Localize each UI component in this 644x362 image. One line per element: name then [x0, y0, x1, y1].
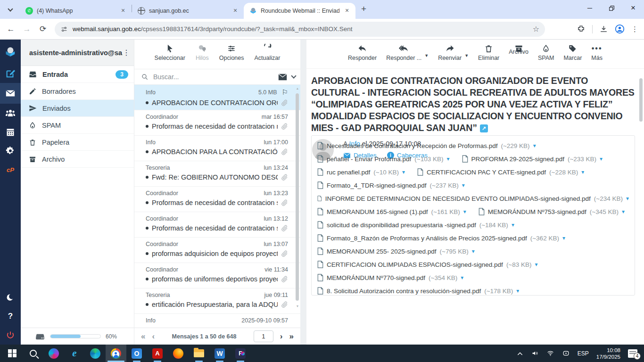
message-row[interactable]: Tesorerialun 13:24 Fwd: Re: GOBIERNO AUT…: [134, 161, 300, 187]
archive-button[interactable]: Archivo: [509, 44, 528, 55]
sidebar-item-entrada[interactable]: Entrada 3: [21, 66, 134, 83]
attachment-menu-caret-icon[interactable]: ▾: [535, 261, 538, 268]
taskbar-fs-button[interactable]: F: [230, 345, 251, 362]
downloads-icon[interactable]: [599, 25, 608, 33]
attachment-menu-caret-icon[interactable]: ▾: [462, 182, 465, 189]
attachment-item[interactable]: 8. Solicitud Autorización contra y resol…: [317, 287, 519, 295]
attachment-menu-caret-icon[interactable]: ▾: [463, 208, 466, 215]
clock[interactable]: 10:0817/9/2025: [596, 347, 620, 360]
message-row[interactable]: Info2025-09-10 09:57: [134, 314, 300, 328]
message-row[interactable]: Coordinadorlun 13:23 Proformas de necesi…: [134, 187, 300, 212]
attachment-item[interactable]: MEMORÁNDUM Nº753-signed.pdf(~345 KB)▾: [479, 208, 625, 215]
spam-button[interactable]: SPAM: [538, 44, 554, 61]
wifi-icon[interactable]: [546, 350, 554, 357]
meet-now-icon[interactable]: [562, 350, 570, 357]
first-page-icon[interactable]: «: [141, 332, 145, 341]
close-tab-icon[interactable]: ×: [231, 7, 239, 15]
site-settings-icon[interactable]: [60, 25, 68, 33]
message-row[interactable]: Tesoreriajue 09:11 ertificación Presupue…: [134, 288, 300, 314]
compose-icon[interactable]: [0, 64, 21, 83]
settings-gear-icon[interactable]: [0, 141, 21, 160]
contacts-icon[interactable]: [0, 104, 21, 123]
attachment-menu-caret-icon[interactable]: ▾: [600, 156, 603, 162]
reply-all-caret-icon[interactable]: ▼: [424, 53, 429, 58]
select-button[interactable]: Seleccionar: [155, 44, 185, 61]
back-button[interactable]: ←: [3, 25, 19, 34]
attachment-item[interactable]: solicitud de disponibilidad presupuestar…: [317, 221, 514, 229]
flag-icon[interactable]: ⚐: [282, 88, 288, 97]
attachment-menu-caret-icon[interactable]: ▾: [512, 222, 514, 228]
volume-icon[interactable]: [531, 350, 539, 357]
tab-search-button[interactable]: [4, 3, 17, 16]
attachment-item[interactable]: CERTIFICACION PAC Y CATE-signed.pdf(~228…: [417, 168, 584, 176]
search-options-chevron-icon[interactable]: [291, 73, 296, 78]
attachment-item[interactable]: MEMORANDUM 165-signed (1).pdf(~161 KB)▾: [317, 208, 466, 215]
taskbar-acrobat-button[interactable]: A: [147, 345, 168, 362]
restore-button[interactable]: [601, 0, 622, 16]
list-scrollbar[interactable]: ▲ ▼: [296, 87, 299, 325]
minimize-button[interactable]: ─: [579, 0, 601, 16]
taskbar-firefox-button[interactable]: [168, 345, 189, 362]
next-page-icon[interactable]: ›: [280, 332, 283, 341]
mail-nav-icon[interactable]: [0, 83, 21, 104]
logout-power-icon[interactable]: [0, 326, 21, 345]
taskbar-explorer-button[interactable]: [189, 345, 209, 362]
extensions-icon[interactable]: [577, 25, 586, 33]
tab-roundcube-active[interactable]: Roundcube Webmail :: Enviados ×: [244, 3, 355, 19]
delete-button[interactable]: Eliminar: [478, 44, 499, 61]
taskbar-edge-button[interactable]: [85, 345, 106, 362]
options-button[interactable]: Opciones: [219, 44, 244, 61]
attachment-menu-caret-icon[interactable]: ▾: [622, 208, 625, 215]
close-tab-icon[interactable]: ×: [343, 7, 351, 15]
scrollbar-thumb[interactable]: [639, 78, 643, 122]
attachment-menu-caret-icon[interactable]: ▾: [472, 248, 475, 255]
page-number-input[interactable]: 1: [254, 330, 273, 342]
scroll-down-icon[interactable]: ▼: [296, 304, 299, 308]
sidebar-item-archivo[interactable]: Archivo: [21, 151, 134, 168]
last-page-icon[interactable]: »: [289, 332, 294, 341]
attachment-item[interactable]: INFORME DE DETERMINACION DE NECESIDAD EV…: [317, 195, 629, 202]
prev-page-icon[interactable]: ‹: [152, 332, 155, 341]
forward-caret-icon[interactable]: ▼: [464, 53, 469, 58]
message-row[interactable]: Infolun 17:00 APROBACION PARA LA CONTRAT…: [134, 136, 300, 161]
forward-button[interactable]: →: [19, 25, 35, 34]
attachment-item[interactable]: PROFORMA 29-2025-signed.pdf(~233 KB)▾: [462, 155, 603, 163]
close-tab-icon[interactable]: ×: [119, 7, 127, 15]
tab-whatsapp[interactable]: ✆ (4) WhatsApp ×: [20, 3, 132, 19]
attachment-item[interactable]: Formato_4_TDR-signed-signed.pdf(~237 KB)…: [317, 181, 465, 189]
reader-scrollbar[interactable]: [639, 71, 643, 342]
start-button[interactable]: [2, 345, 23, 362]
sidebar-item-enviados[interactable]: Enviados: [21, 100, 134, 117]
attachment-menu-caret-icon[interactable]: ▾: [562, 235, 565, 241]
taskbar-search-button[interactable]: [23, 345, 43, 362]
threads-button[interactable]: Hilos: [196, 44, 209, 61]
taskbar-outlook-button[interactable]: O: [126, 345, 147, 362]
attachment-menu-caret-icon[interactable]: ▾: [516, 288, 519, 294]
open-in-new-window-icon[interactable]: ↗: [480, 124, 488, 132]
mark-button[interactable]: Marcar: [563, 44, 582, 61]
attachment-menu-caret-icon[interactable]: ▾: [581, 169, 584, 175]
message-row[interactable]: Coordinadorvie 11:34 proformas de unifor…: [134, 263, 300, 288]
sidebar-item-papelera[interactable]: Papelera: [21, 134, 134, 151]
tray-chevron-up-icon[interactable]: [517, 351, 523, 356]
taskbar-copilot-button[interactable]: [43, 345, 64, 362]
language-indicator[interactable]: ESP: [578, 350, 589, 357]
notification-center-icon[interactable]: 4: [628, 349, 637, 358]
attachment-menu-caret-icon[interactable]: ▾: [402, 169, 405, 175]
close-window-button[interactable]: ×: [622, 0, 644, 16]
message-row[interactable]: Coordinadormar 16:57 Proformas de necesi…: [134, 110, 300, 136]
attachment-menu-caret-icon[interactable]: ▾: [461, 274, 463, 281]
address-bar[interactable]: webmail.sanjuan.gob.ec/cpsess1988317614/…: [55, 22, 545, 37]
scrollbar-thumb[interactable]: [296, 93, 299, 301]
sidebar-item-borradores[interactable]: Borradores: [21, 83, 134, 100]
help-icon[interactable]: ?: [0, 307, 21, 326]
cpanel-icon[interactable]: cP: [0, 160, 21, 179]
refresh-button[interactable]: Actualizar: [255, 44, 281, 61]
calendar-icon[interactable]: [0, 123, 21, 141]
bookmark-star-icon[interactable]: ☆: [533, 25, 539, 33]
taskbar-chrome-button[interactable]: [106, 345, 126, 362]
taskbar-word-button[interactable]: W: [209, 345, 230, 362]
attachment-item[interactable]: MEMORANDUM 255- 2025-signed.pdf(~795 KB)…: [317, 247, 475, 255]
reload-button[interactable]: ⟳: [35, 24, 51, 34]
message-row[interactable]: Coordinadorlun 13:12 Proformas de necesi…: [134, 212, 300, 238]
